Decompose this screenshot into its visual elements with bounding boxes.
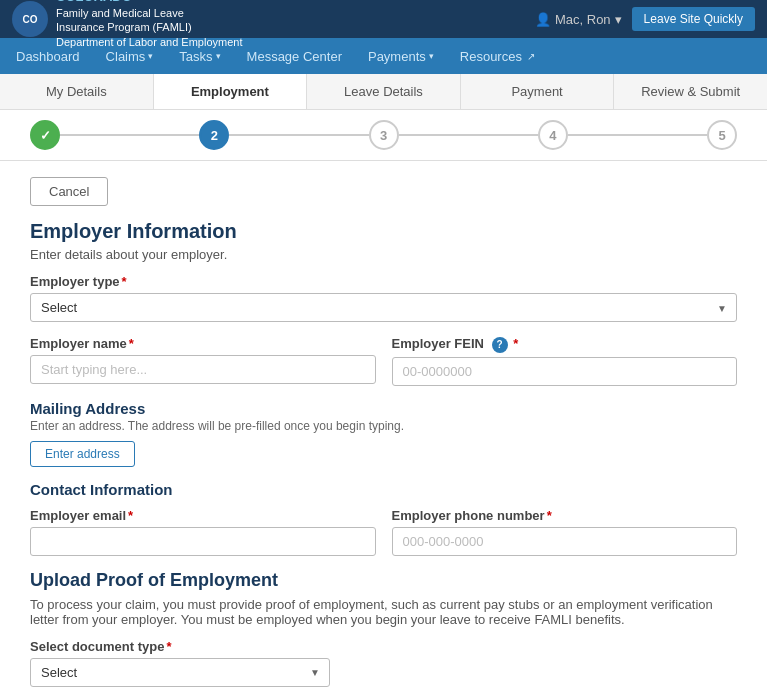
employer-name-input[interactable] — [30, 355, 376, 384]
upload-description: To process your claim, you must provide … — [30, 597, 737, 627]
employer-email-group: Employer email — [30, 508, 376, 556]
logo-title: COLORADO — [56, 0, 132, 4]
employer-info-sub: Enter details about your employer. — [30, 247, 737, 262]
page-content: Cancel Employer Information Enter detail… — [0, 161, 767, 688]
user-menu[interactable]: 👤 Mac, Ron ▾ — [535, 12, 622, 27]
employer-info-title: Employer Information — [30, 220, 737, 243]
step-4: 4 — [538, 120, 568, 150]
step-3: 3 — [369, 120, 399, 150]
document-type-select[interactable]: Select — [30, 658, 330, 687]
employer-fein-label: Employer FEIN ? — [392, 336, 738, 353]
nav-tasks[interactable]: Tasks ▾ — [175, 41, 224, 72]
tab-leave-details[interactable]: Leave Details — [307, 74, 461, 109]
steps-nav: My Details Employment Leave Details Paym… — [0, 74, 767, 161]
employer-email-input[interactable] — [30, 527, 376, 556]
nav-payments[interactable]: Payments ▾ — [364, 41, 438, 72]
employer-type-label: Employer type — [30, 274, 737, 289]
tab-review-submit[interactable]: Review & Submit — [614, 74, 767, 109]
nav-message-center[interactable]: Message Center — [243, 41, 346, 72]
mailing-address-sub: Enter an address. The address will be pr… — [30, 419, 737, 433]
tab-my-details[interactable]: My Details — [0, 74, 154, 109]
header-right: 👤 Mac, Ron ▾ Leave Site Quickly — [535, 7, 755, 31]
steps-tabs: My Details Employment Leave Details Paym… — [0, 74, 767, 110]
step-line-1 — [60, 134, 199, 136]
employer-phone-group: Employer phone number — [392, 508, 738, 556]
leave-site-button[interactable]: Leave Site Quickly — [632, 7, 755, 31]
document-type-select-wrapper: Select — [30, 658, 330, 687]
document-type-group: Select document type Select — [30, 639, 330, 687]
user-name: Mac, Ron — [555, 12, 611, 27]
tab-employment[interactable]: Employment — [154, 74, 308, 109]
cancel-button-top[interactable]: Cancel — [30, 177, 108, 206]
step-line-2 — [229, 134, 368, 136]
nav-resources[interactable]: Resources — [456, 41, 539, 72]
user-icon: 👤 — [535, 12, 551, 27]
select-doc-label: Select document type — [30, 639, 330, 654]
logo-icon: CO — [12, 1, 48, 37]
mailing-address-title: Mailing Address — [30, 400, 737, 417]
employer-name-fein-row: Employer name Employer FEIN ? — [30, 336, 737, 386]
employer-email-label: Employer email — [30, 508, 376, 523]
user-chevron-icon: ▾ — [615, 12, 622, 27]
logo-sub2: Insurance Program (FAMLI) — [56, 21, 192, 33]
enter-address-button[interactable]: Enter address — [30, 441, 135, 467]
employer-fein-group: Employer FEIN ? — [392, 336, 738, 386]
tasks-chevron-icon: ▾ — [216, 51, 221, 61]
progress-steps: ✓ 2 3 4 5 — [0, 110, 767, 160]
step-2: 2 — [199, 120, 229, 150]
employer-type-select[interactable]: Select — [30, 293, 737, 322]
employer-name-label: Employer name — [30, 336, 376, 351]
employer-name-group: Employer name — [30, 336, 376, 386]
header: CO COLORADO Family and Medical Leave Ins… — [0, 0, 767, 38]
contact-info-title: Contact Information — [30, 481, 737, 498]
tab-payment[interactable]: Payment — [461, 74, 615, 109]
step-1: ✓ — [30, 120, 60, 150]
nav-claims[interactable]: Claims ▾ — [102, 41, 158, 72]
logo-sub1: Family and Medical Leave — [56, 7, 184, 19]
employer-type-select-wrapper: Select — [30, 293, 737, 322]
step-line-3 — [399, 134, 538, 136]
contact-row: Employer email Employer phone number — [30, 508, 737, 556]
fein-info-icon[interactable]: ? — [492, 337, 508, 353]
claims-chevron-icon: ▾ — [148, 51, 153, 61]
employer-fein-input[interactable] — [392, 357, 738, 386]
upload-section-title: Upload Proof of Employment — [30, 570, 737, 591]
employer-phone-label: Employer phone number — [392, 508, 738, 523]
nav-dashboard[interactable]: Dashboard — [12, 41, 84, 72]
employer-phone-input[interactable] — [392, 527, 738, 556]
main-nav: Dashboard Claims ▾ Tasks ▾ Message Cente… — [0, 38, 767, 74]
payments-chevron-icon: ▾ — [429, 51, 434, 61]
employer-type-group: Employer type Select — [30, 274, 737, 322]
step-5: 5 — [707, 120, 737, 150]
step-line-4 — [568, 134, 707, 136]
